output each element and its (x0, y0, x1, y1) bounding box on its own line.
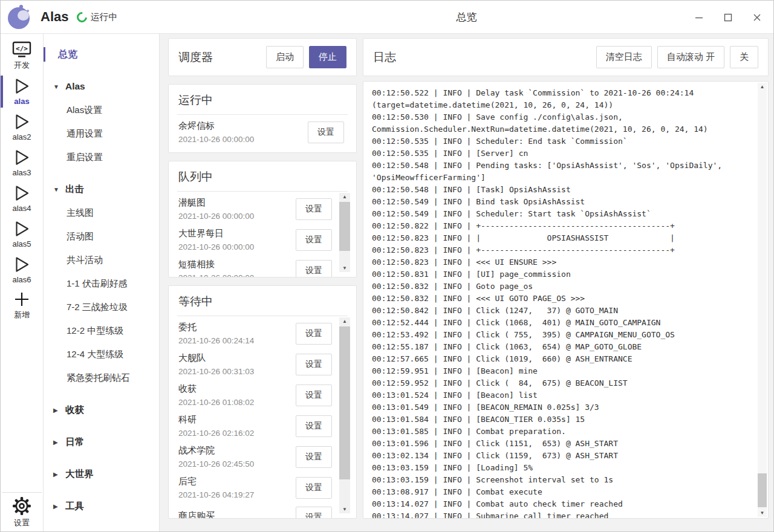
task-info: 委托2021-10-26 00:24:14 (178, 322, 296, 345)
scroll-up-icon[interactable]: ▲ (339, 317, 350, 325)
task-name: 战术学院 (178, 445, 296, 456)
clear-log-button[interactable]: 清空日志 (596, 46, 652, 68)
rail-item-alas4[interactable]: alas4 (1, 181, 43, 216)
task-setting-button[interactable]: 设置 (296, 354, 332, 375)
rail-item-alas5[interactable]: alas5 (1, 216, 43, 252)
task-next-run-time: 2021-10-26 00:00:00 (178, 212, 296, 221)
rail-item-alas[interactable]: alas (1, 74, 43, 109)
rail-item-label: alas4 (12, 204, 31, 213)
close-button[interactable] (750, 11, 764, 24)
nav-item-3[interactable]: 通用设置 (44, 122, 159, 146)
task-row: 余烬信标2021-10-26 00:00:00设置 (178, 117, 344, 148)
task-setting-button[interactable]: 设置 (296, 229, 332, 251)
app-window: Alas 运行中 总览 </> 开发 (0, 0, 774, 532)
log-column: 日志 清空日志 自动滚动 开 关 00:12:50.522 | INFO | D… (363, 38, 769, 519)
rail-item-add[interactable]: 新增 (1, 288, 43, 323)
autoscroll-on-button[interactable]: 自动滚动 开 (657, 46, 724, 68)
rail-item-alas3[interactable]: alas3 (1, 145, 43, 181)
scrollbar-thumb[interactable] (339, 326, 350, 479)
nav-group-1[interactable]: ▼Alas (44, 74, 159, 99)
scrollbar-thumb[interactable] (339, 202, 350, 251)
task-row: 大世界每日2021-10-26 00:00:00设置 (178, 224, 332, 255)
task-setting-button[interactable]: 设置 (296, 446, 332, 468)
log-title: 日志 (373, 50, 596, 65)
task-list: 委托2021-10-26 00:24:14设置大舰队2021-10-26 00:… (169, 316, 356, 518)
task-name: 科研 (178, 414, 296, 426)
log-panel: 00:12:50.522 | INFO | Delay task `Commis… (363, 81, 769, 519)
log-header: 日志 清空日志 自动滚动 开 关 (363, 38, 769, 76)
task-name: 短猫相接 (178, 259, 296, 270)
task-setting-button[interactable]: 设置 (296, 384, 332, 406)
section-scrollbar[interactable]: ▲▼ (339, 193, 350, 272)
scroll-down-icon[interactable]: ▼ (339, 505, 350, 513)
nav-group-17[interactable]: ▶工具 (44, 494, 159, 518)
task-next-run-time: 2021-10-26 01:08:02 (178, 398, 296, 407)
task-next-run-time: 2021-10-26 00:00:00 (178, 242, 296, 251)
play-icon (14, 113, 30, 131)
rail-item-label: 新增 (14, 310, 30, 320)
task-name: 大舰队 (178, 352, 296, 364)
rail-item-label: alas2 (12, 132, 31, 141)
log-scrollbar[interactable]: ▲ ▼ (758, 83, 767, 517)
nav-group-5[interactable]: ▼出击 (44, 177, 159, 201)
task-info: 收获2021-10-26 01:08:02 (178, 383, 296, 407)
section-scrollbar[interactable]: ▲▼ (339, 317, 350, 513)
task-setting-button[interactable]: 设置 (308, 122, 344, 143)
task-setting-button[interactable]: 设置 (296, 477, 332, 499)
scroll-up-icon[interactable]: ▲ (339, 193, 350, 201)
task-row: 潜艇图2021-10-26 00:00:00设置 (178, 193, 332, 224)
task-row: 后宅2021-10-26 04:19:27设置 (178, 472, 332, 503)
task-list: 潜艇图2021-10-26 00:00:00设置大世界每日2021-10-26 … (169, 192, 356, 277)
nav-item-8[interactable]: 共斗活动 (44, 248, 159, 272)
scheduler-header: 调度器 启动 停止 (168, 38, 357, 76)
nav-item-13[interactable]: 紧急委托刷钻石 (44, 366, 159, 390)
nav-item-10[interactable]: 7-2 三战捡垃圾 (44, 296, 159, 319)
task-setting-button[interactable]: 设置 (296, 198, 332, 220)
nav-item-11[interactable]: 12-2 中型练级 (44, 319, 159, 343)
rail-item-label: alas6 (12, 275, 31, 284)
task-list: 余烬信标2021-10-26 00:00:00设置 (169, 115, 356, 152)
nav-item-4[interactable]: 重启设置 (44, 146, 159, 169)
nav-group-14[interactable]: ▶收获 (44, 398, 159, 422)
task-setting-button[interactable]: 设置 (296, 260, 332, 277)
nav-item-0[interactable]: 总览 (44, 42, 159, 66)
autoscroll-off-button[interactable]: 关 (730, 46, 758, 68)
start-button[interactable]: 启动 (266, 46, 304, 68)
maximize-button[interactable] (721, 11, 735, 24)
minimize-button[interactable] (692, 11, 706, 24)
log-text: 00:12:50.522 | INFO | Delay task `Commis… (372, 87, 750, 519)
scrollbar-thumb[interactable] (758, 473, 767, 507)
chevron-right-icon: ▶ (53, 439, 60, 446)
rail-item-dev[interactable]: </> 开发 (1, 38, 43, 74)
running-status-label: 运行中 (90, 11, 117, 23)
nav-group-label: 工具 (65, 500, 84, 513)
task-row: 收获2021-10-26 01:08:02设置 (178, 380, 332, 410)
rail-item-alas6[interactable]: alas6 (1, 252, 43, 288)
chevron-down-icon: ▼ (53, 186, 60, 193)
task-setting-button[interactable]: 设置 (296, 507, 332, 518)
nav-item-12[interactable]: 12-4 大型练级 (44, 343, 159, 366)
chevron-right-icon: ▶ (53, 503, 60, 510)
rail-item-label: 开发 (14, 60, 30, 71)
task-setting-button[interactable]: 设置 (296, 415, 332, 437)
scroll-up-icon[interactable]: ▲ (758, 83, 767, 91)
nav-group-16[interactable]: ▶大世界 (44, 462, 159, 486)
task-row: 委托2021-10-26 00:24:14设置 (178, 318, 332, 349)
rail-item-alas2[interactable]: alas2 (1, 109, 43, 145)
stop-button[interactable]: 停止 (309, 46, 346, 68)
title-bar: Alas 运行中 总览 (1, 1, 773, 34)
rail-item-label: alas3 (12, 168, 31, 177)
nav-group-15[interactable]: ▶日常 (44, 430, 159, 454)
scroll-down-icon[interactable]: ▼ (758, 509, 767, 517)
nav-group-label: 出击 (65, 183, 84, 196)
task-setting-button[interactable]: 设置 (296, 323, 332, 345)
main-area: 调度器 启动 停止 运行中余烬信标2021-10-26 00:00:00设置队列… (160, 34, 773, 531)
scroll-down-icon[interactable]: ▼ (339, 264, 350, 272)
nav-item-6[interactable]: 主线图 (44, 201, 159, 225)
nav-item-7[interactable]: 活动图 (44, 225, 159, 248)
task-next-run-time: 2021-10-26 00:31:03 (178, 367, 296, 376)
rail-item-settings[interactable]: 设置 (1, 493, 43, 531)
nav-item-2[interactable]: Alas设置 (44, 99, 159, 122)
nav-item-9[interactable]: 1-1 伏击刷好感 (44, 272, 159, 296)
running-spinner-icon (75, 10, 89, 24)
